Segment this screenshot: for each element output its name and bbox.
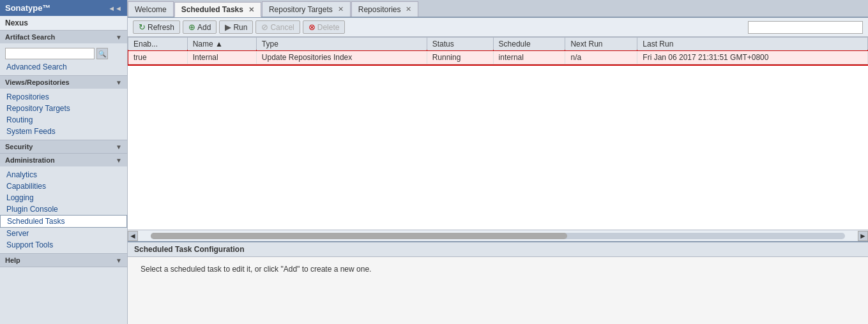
sidebar-link-analytics[interactable]: Analytics [0, 169, 127, 180]
bottom-panel: Scheduled Task Configuration Select a sc… [128, 241, 868, 324]
col-header-last-run: Last Run [637, 38, 868, 51]
refresh-icon: ↻ [139, 22, 146, 32]
help-expand-icon: ▼ [116, 257, 122, 264]
sidebar-link-repository-targets[interactable]: Repository Targets [0, 103, 127, 114]
sidebar-link-logging[interactable]: Logging [0, 192, 127, 203]
sidebar-section-help: Help ▼ [0, 254, 127, 267]
search-icon: 🔍 [98, 50, 106, 57]
bottom-panel-header: Scheduled Task Configuration [128, 242, 868, 257]
tab-repositories[interactable]: Repositories ✕ [351, 1, 419, 17]
scroll-left-button[interactable]: ◄ [128, 231, 138, 241]
col-header-name[interactable]: Name ▲ [187, 38, 256, 51]
sidebar-collapse-button[interactable]: ◄◄ [108, 4, 122, 12]
tasks-table-container: Enab... Name ▲ Type Status [128, 37, 868, 230]
tasks-table: Enab... Name ▲ Type Status [128, 37, 868, 64]
cancel-icon: ⊘ [261, 22, 268, 32]
scroll-track[interactable] [151, 233, 845, 239]
cell-enabled: true [128, 51, 188, 64]
tab-repository-targets-label: Repository Targets [269, 5, 333, 14]
sidebar-link-capabilities[interactable]: Capabilities [0, 180, 127, 192]
tab-repositories-label: Repositories [358, 5, 401, 14]
delete-button[interactable]: ⊗ Delete [303, 20, 346, 34]
horizontal-scrollbar[interactable]: ◄ ► [128, 230, 868, 241]
col-header-schedule: Schedule [493, 38, 565, 51]
sidebar-section-header-artifact-search[interactable]: Artifact Search ▼ [0, 31, 127, 43]
cell-schedule: internal [493, 51, 565, 64]
run-icon: ▶ [225, 22, 231, 32]
col-header-next-run: Next Run [565, 38, 637, 51]
add-button[interactable]: ⊕ Add [183, 20, 217, 34]
tab-scheduled-tasks[interactable]: Scheduled Tasks ✕ [174, 2, 261, 17]
cell-status: Running [427, 51, 493, 64]
col-header-type: Type [256, 38, 427, 51]
sidebar: Sonatype™ ◄◄ Nexus Artifact Search ▼ 🔍 [0, 0, 128, 324]
scroll-thumb[interactable] [151, 233, 567, 239]
table-row[interactable]: true Internal Update Repositories Index … [128, 51, 868, 64]
toolbar: ↻ Refresh ⊕ Add ▶ Run ⊘ Cancel ⊗ Delete [128, 18, 868, 37]
sidebar-link-routing[interactable]: Routing [0, 114, 127, 126]
artifact-search-row: 🔍 [0, 46, 127, 61]
sidebar-link-repositories[interactable]: Repositories [0, 91, 127, 103]
run-button[interactable]: ▶ Run [219, 20, 253, 34]
sidebar-section-administration: Administration ▼ Analytics Capabilities … [0, 154, 127, 254]
sidebar-link-scheduled-tasks[interactable]: Scheduled Tasks [0, 215, 127, 228]
tab-repository-targets[interactable]: Repository Targets ✕ [262, 1, 351, 17]
views-expand-icon: ▼ [116, 79, 122, 86]
cancel-button[interactable]: ⊘ Cancel [255, 20, 300, 34]
sidebar-header: Sonatype™ ◄◄ [0, 0, 127, 16]
security-expand-icon: ▼ [116, 144, 122, 151]
sidebar-section-header-security[interactable]: Security ▼ [0, 140, 127, 153]
scroll-right-button[interactable]: ► [858, 231, 868, 241]
tab-repositories-close-icon[interactable]: ✕ [406, 5, 411, 13]
artifact-search-input[interactable] [5, 48, 95, 59]
col-header-status: Status [427, 38, 493, 51]
tab-scheduled-tasks-close-icon[interactable]: ✕ [248, 6, 254, 14]
administration-content: Analytics Capabilities Logging Plugin Co… [0, 166, 127, 253]
main-content: Welcome Scheduled Tasks ✕ Repository Tar… [128, 0, 868, 324]
toolbar-search-area [748, 21, 863, 34]
sidebar-link-support-tools[interactable]: Support Tools [0, 239, 127, 251]
sidebar-link-plugin-console[interactable]: Plugin Console [0, 203, 127, 215]
sidebar-section-security: Security ▼ [0, 140, 127, 154]
refresh-button[interactable]: ↻ Refresh [133, 20, 180, 34]
sidebar-tab-nexus[interactable]: Nexus [0, 16, 127, 31]
app-title: Sonatype™ [5, 3, 51, 13]
col-header-enabled: Enab... [128, 38, 188, 51]
sidebar-link-advanced-search[interactable]: Advanced Search [0, 61, 127, 73]
sidebar-section-header-help[interactable]: Help ▼ [0, 254, 127, 267]
toolbar-search-input[interactable] [748, 21, 863, 34]
views-repositories-content: Repositories Repository Targets Routing … [0, 89, 127, 140]
cell-name: Internal [187, 51, 256, 64]
sidebar-link-server[interactable]: Server [0, 228, 127, 239]
tab-welcome-label: Welcome [135, 5, 167, 14]
cell-type: Update Repositories Index [256, 51, 427, 64]
tabs-bar: Welcome Scheduled Tasks ✕ Repository Tar… [128, 0, 868, 18]
administration-expand-icon: ▼ [116, 157, 122, 164]
tab-repository-targets-close-icon[interactable]: ✕ [338, 5, 344, 13]
sidebar-section-views-repositories: Views/Repositories ▼ Repositories Reposi… [0, 76, 127, 140]
artifact-search-button[interactable]: 🔍 [96, 48, 108, 59]
delete-icon: ⊗ [308, 22, 316, 32]
add-icon: ⊕ [188, 22, 195, 32]
sidebar-link-system-feeds[interactable]: System Feeds [0, 126, 127, 137]
cell-last-run: Fri Jan 06 2017 21:31:51 GMT+0800 [637, 51, 868, 64]
cell-next-run: n/a [565, 51, 637, 64]
sidebar-section-header-views-repositories[interactable]: Views/Repositories ▼ [0, 76, 127, 89]
tab-scheduled-tasks-label: Scheduled Tasks [181, 5, 243, 14]
artifact-search-content: 🔍 Advanced Search [0, 43, 127, 75]
tab-welcome[interactable]: Welcome [128, 1, 174, 17]
artifact-search-expand-icon: ▼ [116, 34, 122, 41]
sidebar-section-artifact-search: Artifact Search ▼ 🔍 Advanced Search [0, 31, 127, 76]
bottom-panel-content: Select a scheduled task to edit it, or c… [128, 257, 868, 281]
sidebar-section-header-administration[interactable]: Administration ▼ [0, 154, 127, 166]
